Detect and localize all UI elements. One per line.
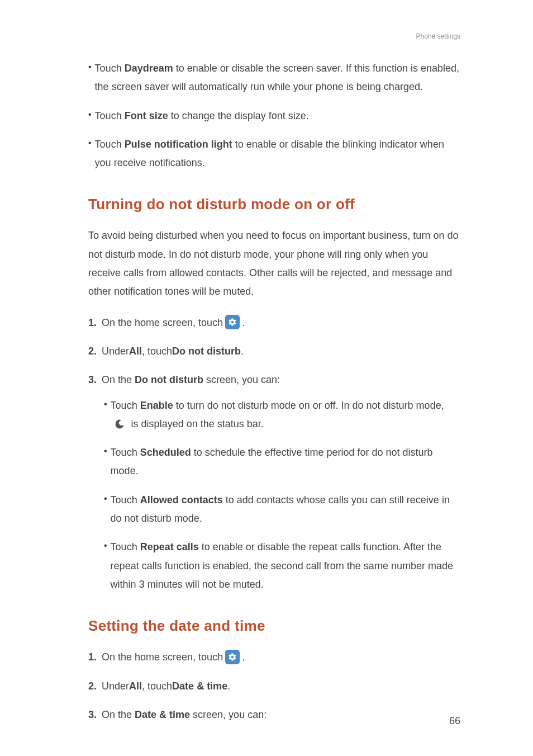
step-number: 3.	[88, 371, 97, 389]
bullet-text: Touch Daydream to enable or disable the …	[95, 59, 461, 97]
bullet-text: Touch Pulse notification light to enable…	[95, 135, 461, 173]
sub-bullet-scheduled: • Touch Scheduled to schedule the effect…	[104, 443, 461, 481]
step-number: 2.	[88, 677, 97, 696]
bullet-item-pulse-light: • Touch Pulse notification light to enab…	[88, 135, 461, 173]
step-number: 2.	[88, 342, 97, 361]
step-text: On the Date & time screen, you can:	[102, 706, 461, 724]
bullet-text: Touch Repeat calls to enable or disable …	[111, 538, 461, 594]
heading-do-not-disturb: Turning do not disturb mode on or off	[88, 196, 461, 213]
bullet-item-font-size: • Touch Font size to change the display …	[88, 107, 461, 125]
bullet-text: Touch Font size to change the display fo…	[95, 107, 461, 125]
step-3-date: 3. On the Date & time screen, you can:	[88, 706, 461, 724]
settings-icon	[225, 315, 240, 329]
bullet-item-daydream: • Touch Daydream to enable or disable th…	[88, 59, 461, 97]
step-text: On the home screen, touch .	[102, 648, 461, 667]
header-section-label: Phone settings	[416, 32, 460, 40]
bullet-dot-icon: •	[88, 107, 92, 125]
sub-bullet-allowed-contacts: • Touch Allowed contacts to add contacts…	[104, 491, 461, 528]
bullet-text: Touch Enable to turn do not disturb mode…	[111, 396, 461, 434]
step-text: On the home screen, touch .	[102, 314, 461, 332]
step-1-dnd: 1. On the home screen, touch .	[88, 314, 461, 332]
page-number: 66	[449, 715, 460, 727]
bullet-dot-icon: •	[88, 135, 92, 173]
sub-bullet-repeat-calls: • Touch Repeat calls to enable or disabl…	[104, 538, 461, 594]
bullet-dot-icon: •	[104, 491, 107, 528]
para-dnd-intro: To avoid being disturbed when you need t…	[88, 226, 461, 301]
bullet-dot-icon: •	[88, 59, 92, 97]
bullet-dot-icon: •	[104, 538, 107, 594]
step-number: 1.	[88, 314, 97, 332]
step-number: 1.	[88, 648, 97, 667]
heading-date-time: Setting the date and time	[88, 617, 461, 635]
step-text: Under All, touch Date & time.	[102, 677, 461, 696]
bullet-text: Touch Allowed contacts to add contacts w…	[111, 491, 461, 528]
step-2-dnd: 2. Under All, touch Do not disturb.	[88, 342, 461, 361]
step-1-date: 1. On the home screen, touch .	[88, 648, 461, 667]
step-3-dnd: 3. On the Do not disturb screen, you can…	[88, 371, 461, 389]
sub-bullet-enable: • Touch Enable to turn do not disturb mo…	[104, 396, 461, 434]
step-text: On the Do not disturb screen, you can:	[102, 371, 461, 389]
moon-icon	[113, 418, 126, 431]
bullet-dot-icon: •	[104, 396, 107, 434]
settings-icon	[225, 650, 240, 664]
step-text: Under All, touch Do not disturb.	[102, 342, 461, 361]
bullet-dot-icon: •	[104, 443, 107, 481]
bullet-text: Touch Scheduled to schedule the effectiv…	[111, 443, 461, 481]
step-2-date: 2. Under All, touch Date & time.	[88, 677, 461, 696]
step-number: 3.	[88, 706, 97, 724]
